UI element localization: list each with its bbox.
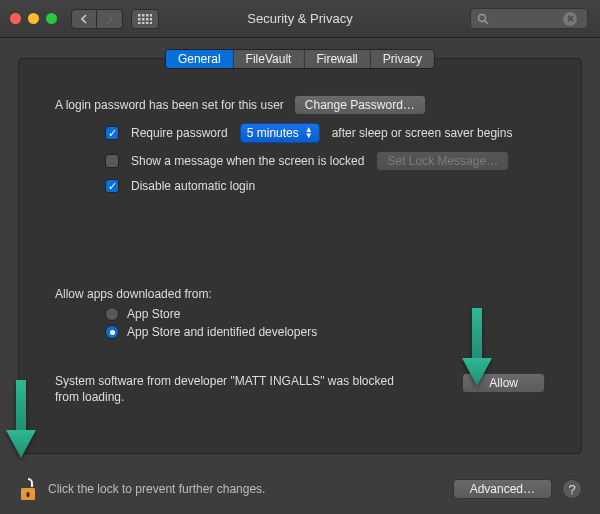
updown-icon: ▲▼ [305, 127, 313, 139]
require-password-delay-select[interactable]: 5 minutes ▲▼ [240, 123, 320, 143]
minimize-window-button[interactable] [28, 13, 39, 24]
annotation-arrow-lock [4, 380, 38, 460]
lock-hint-label: Click the lock to prevent further change… [48, 482, 265, 496]
require-password-checkbox[interactable]: ✓ [105, 126, 119, 140]
advanced-button[interactable]: Advanced… [453, 479, 552, 499]
window-controls [10, 13, 57, 24]
svg-rect-15 [27, 492, 30, 497]
lock-button[interactable] [18, 477, 38, 501]
svg-rect-6 [146, 18, 149, 21]
change-password-button[interactable]: Change Password… [294, 95, 426, 115]
grid-icon [138, 14, 152, 24]
tab-bar: General FileVault Firewall Privacy [165, 49, 435, 69]
svg-rect-9 [142, 22, 145, 24]
chevron-left-icon [80, 14, 88, 24]
require-password-after-label: after sleep or screen saver begins [332, 126, 513, 140]
blocked-software-message: System software from developer "MATT ING… [55, 373, 395, 405]
svg-rect-0 [138, 14, 141, 17]
set-lock-message-button[interactable]: Set Lock Message… [376, 151, 509, 171]
forward-button[interactable] [97, 9, 123, 29]
svg-rect-4 [138, 18, 141, 21]
svg-rect-16 [16, 380, 26, 430]
radio-app-store[interactable] [105, 307, 119, 321]
svg-rect-18 [472, 308, 482, 358]
titlebar: Security & Privacy [0, 0, 600, 38]
disable-auto-login-checkbox[interactable]: ✓ [105, 179, 119, 193]
radio-identified-developers-label: App Store and identified developers [127, 325, 317, 339]
svg-line-13 [485, 21, 488, 24]
tab-firewall[interactable]: Firewall [304, 50, 370, 68]
svg-rect-11 [150, 22, 152, 24]
tab-privacy[interactable]: Privacy [371, 50, 434, 68]
preferences-panel: General FileVault Firewall Privacy A log… [18, 58, 582, 454]
require-password-label: Require password [131, 126, 228, 140]
svg-rect-1 [142, 14, 145, 17]
svg-rect-5 [142, 18, 145, 21]
x-icon [567, 15, 574, 22]
clear-search-button[interactable] [563, 12, 577, 26]
show-message-label: Show a message when the screen is locked [131, 154, 364, 168]
svg-rect-7 [150, 18, 152, 21]
search-input[interactable] [493, 12, 563, 26]
lock-open-icon [18, 477, 38, 501]
check-icon: ✓ [108, 128, 117, 139]
annotation-arrow-allow [460, 308, 494, 388]
search-field[interactable] [470, 8, 588, 29]
back-button[interactable] [71, 9, 97, 29]
close-window-button[interactable] [10, 13, 21, 24]
check-icon: ✓ [108, 181, 117, 192]
show-all-button[interactable] [131, 9, 159, 29]
svg-rect-2 [146, 14, 149, 17]
disable-auto-login-label: Disable automatic login [131, 179, 255, 193]
svg-rect-3 [150, 14, 152, 17]
help-icon: ? [568, 482, 575, 497]
svg-point-12 [479, 14, 486, 21]
window-title: Security & Privacy [247, 11, 352, 26]
footer: Click the lock to prevent further change… [0, 464, 600, 514]
svg-rect-10 [146, 22, 149, 24]
show-message-checkbox[interactable] [105, 154, 119, 168]
login-password-set-label: A login password has been set for this u… [55, 98, 284, 112]
tab-general[interactable]: General [166, 50, 234, 68]
help-button[interactable]: ? [562, 479, 582, 499]
svg-marker-17 [6, 430, 36, 458]
zoom-window-button[interactable] [46, 13, 57, 24]
allow-apps-section-label: Allow apps downloaded from: [55, 287, 212, 301]
search-icon [477, 13, 489, 25]
radio-identified-developers[interactable] [105, 325, 119, 339]
tab-filevault[interactable]: FileVault [234, 50, 305, 68]
svg-marker-19 [462, 358, 492, 386]
svg-rect-8 [138, 22, 141, 24]
radio-app-store-label: App Store [127, 307, 180, 321]
require-password-delay-value: 5 minutes [247, 126, 299, 140]
chevron-right-icon [106, 14, 114, 24]
